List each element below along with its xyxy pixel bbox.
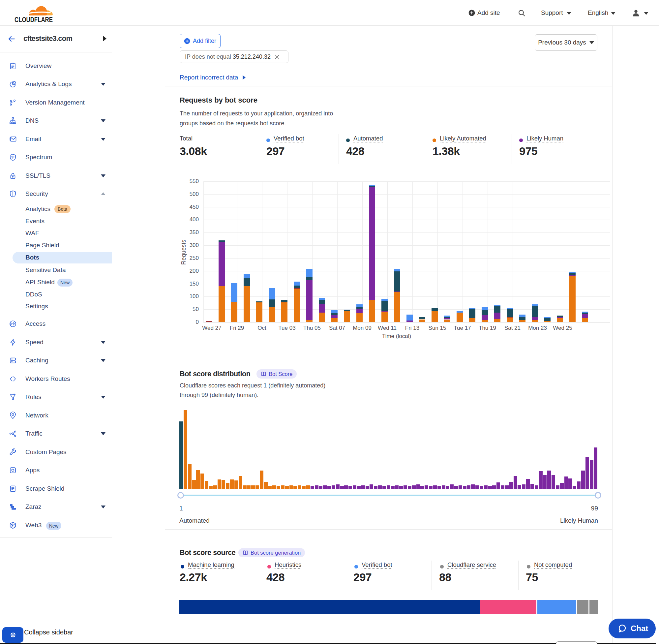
svg-text:CLOUDFLARE: CLOUDFLARE <box>15 16 53 22</box>
